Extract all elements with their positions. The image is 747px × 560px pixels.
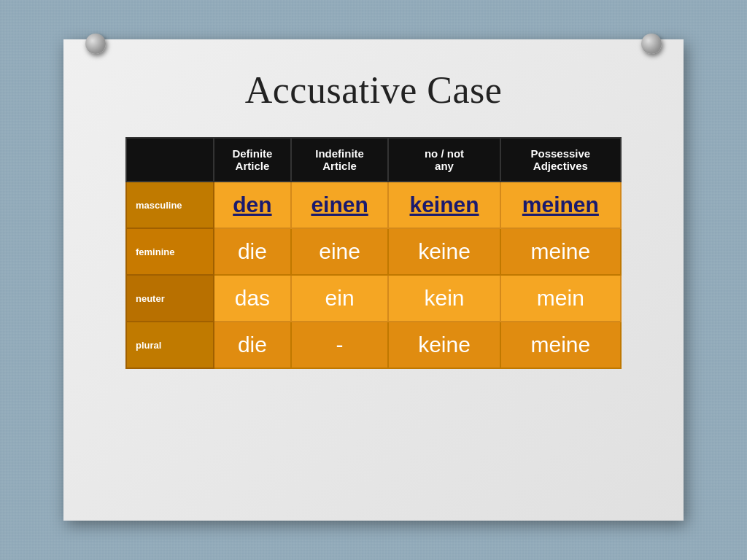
header-definite: DefiniteArticle (214, 138, 291, 182)
cell-feminine-definite: die (214, 228, 291, 275)
pin-top-left (85, 34, 106, 54)
gender-label-plural: plural (126, 322, 214, 368)
table-row-masculine: masculine den einen keinen meinen (126, 182, 621, 228)
cell-masculine-definite: den (214, 182, 291, 228)
cell-plural-definite: die (214, 322, 291, 368)
table-row-plural: plural die - keine meine (126, 322, 621, 368)
slide: Accusative Case DefiniteArticle Indefini… (63, 39, 684, 521)
slide-title: Accusative Case (245, 69, 503, 112)
pin-top-right (641, 34, 662, 54)
cell-plural-possessive: meine (500, 322, 621, 368)
cell-feminine-possessive: meine (500, 228, 621, 275)
cell-neuter-no: kein (388, 275, 500, 322)
cell-neuter-possessive: mein (500, 275, 621, 322)
cell-plural-no: keine (388, 322, 500, 368)
slide-wrapper: Accusative Case DefiniteArticle Indefini… (63, 39, 684, 521)
value-masculine-possessive: meinen (522, 192, 599, 217)
grammar-table: DefiniteArticle IndefiniteArticle no / n… (125, 137, 622, 369)
header-possessive: PossessiveAdjectives (500, 138, 621, 182)
cell-neuter-indefinite: ein (291, 275, 389, 322)
table-header-row: DefiniteArticle IndefiniteArticle no / n… (126, 138, 621, 182)
value-masculine-indefinite: einen (311, 192, 368, 217)
cell-feminine-indefinite: eine (291, 228, 389, 275)
gender-label-neuter: neuter (126, 275, 214, 322)
value-masculine-no: keinen (410, 192, 479, 217)
cell-feminine-no: keine (388, 228, 500, 275)
header-no-not: no / notany (388, 138, 500, 182)
table-row-feminine: feminine die eine keine meine (126, 228, 621, 275)
cell-masculine-indefinite: einen (291, 182, 389, 228)
cell-masculine-possessive: meinen (500, 182, 621, 228)
header-indefinite: IndefiniteArticle (291, 138, 389, 182)
table-row-neuter: neuter das ein kein mein (126, 275, 621, 322)
cell-masculine-no: keinen (388, 182, 500, 228)
cell-neuter-definite: das (214, 275, 291, 322)
header-empty (126, 138, 214, 182)
value-masculine-definite: den (233, 192, 271, 217)
gender-label-masculine: masculine (126, 182, 214, 228)
cell-plural-indefinite: - (291, 322, 389, 368)
gender-label-feminine: feminine (126, 228, 214, 275)
